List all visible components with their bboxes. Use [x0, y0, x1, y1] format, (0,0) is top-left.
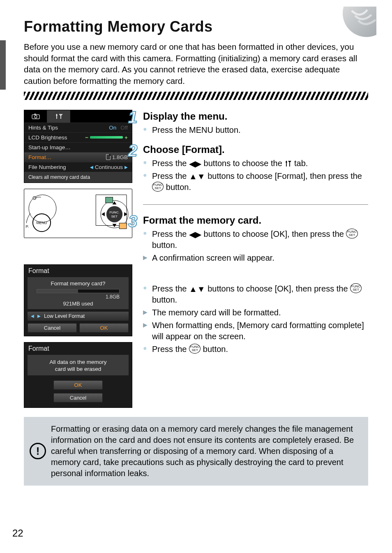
step-bullet: Press the ◀▶ buttons to choose [OK], the…	[152, 229, 368, 251]
step-result: When formatting ends, [Memory card forma…	[152, 320, 368, 342]
func-set-icon: FUNCSET	[350, 283, 362, 293]
camera-icon	[32, 112, 40, 120]
func-set-icon: FUNCSET	[189, 344, 201, 354]
step-bullet: Press the ◀▶ buttons to choose the tab.	[152, 158, 368, 169]
menu-button-label: MENU	[189, 125, 213, 134]
tab-tools	[47, 110, 70, 123]
step-bullet: Press the FUNCSET button.	[152, 344, 368, 355]
left-column: Hints & Tips On Off LCD Brightness − +	[24, 110, 132, 408]
step-bullet: Press the ▲▼ buttons to choose [Format],…	[152, 171, 368, 193]
dialog-button-column: OK Cancel	[24, 376, 132, 407]
svg-marker-16	[101, 212, 105, 216]
menu-row-hints: Hints & Tips On Off	[24, 123, 132, 132]
step-3: 3 Format the memory card. Press the ◀▶ b…	[143, 215, 368, 355]
tools-icon	[55, 112, 63, 120]
dialog-button-row: Cancel OK	[24, 322, 132, 336]
page-title: Formatting Memory Cards	[24, 18, 368, 35]
dialog-body: All data on the memory card will be eras…	[28, 355, 129, 375]
up-down-arrows-icon: ▲▼	[189, 285, 205, 293]
func-set-icon: FUNCSET	[346, 229, 357, 238]
step-heading: Format the memory card.	[143, 215, 368, 226]
menu-row-filenum: File Numbering ◀ Continuous ▶	[24, 162, 132, 172]
right-column: 1 Display the menu. Press the MENU butto…	[143, 110, 368, 408]
camera-button-diagram: MENU P. FUNC. SET	[24, 189, 132, 238]
step-result: The memory card will be formatted.	[152, 307, 368, 318]
menu-label: Hints & Tips	[28, 125, 58, 131]
sd-card-icon	[106, 154, 111, 160]
svg-text:MENU: MENU	[36, 220, 47, 224]
usage-bar	[37, 289, 120, 293]
menu-value: On Off	[109, 125, 128, 131]
title-bar: Formatting Memory Cards	[24, 18, 368, 35]
svg-point-2	[35, 116, 37, 118]
func-set-icon: FUNCSET	[152, 182, 164, 192]
menu-label: File Numbering	[28, 164, 66, 170]
two-column-layout: Hints & Tips On Off LCD Brightness − +	[24, 110, 368, 408]
step-number-icon: 1	[128, 108, 137, 127]
camera-menu-tabs	[24, 110, 132, 123]
left-arrow-icon: ◀	[31, 314, 34, 318]
svg-marker-17	[124, 212, 127, 216]
svg-text:FUNC.: FUNC.	[109, 211, 119, 214]
page-number: 22	[12, 528, 23, 539]
step-result: A confirmation screen will appear.	[152, 252, 368, 264]
low-level-label: Low Level Format	[44, 313, 85, 319]
up-down-arrows-icon: ▲▼	[189, 172, 205, 180]
menu-value: ◀ Continuous ▶	[90, 164, 128, 170]
step-number-icon: 3	[128, 212, 137, 231]
dialog-body: Format memory card? 1.8GB 921MB used	[28, 277, 129, 309]
left-right-arrows-icon: ◀▶	[189, 230, 201, 238]
step-1: 1 Display the menu. Press the MENU butto…	[143, 111, 368, 136]
menu-label: Start-up Image…	[28, 144, 71, 150]
cancel-button: Cancel	[28, 323, 77, 333]
title-decoration	[327, 7, 376, 39]
dialog-question: Format memory card?	[31, 280, 125, 287]
dialog-title: Format	[24, 342, 132, 353]
brightness-slider: − +	[85, 134, 128, 141]
right-caret-icon: ▶	[37, 314, 41, 318]
left-right-arrows-icon: ◀▶	[189, 160, 201, 168]
step-bullet: Press the MENU button.	[152, 125, 368, 136]
tab-shoot	[24, 110, 47, 123]
ok-button: OK	[79, 323, 129, 333]
step-number-icon: 2	[128, 141, 137, 160]
menu-row-lcd: LCD Brightness − +	[24, 132, 132, 142]
menu-label: Format…	[28, 154, 51, 160]
menu-row-startup: Start-up Image…	[24, 142, 132, 152]
caution-text: Formatting or erasing data on a memory c…	[51, 424, 354, 478]
step-heading: Choose [Format].	[143, 144, 368, 155]
camera-menu-screenshot: Hints & Tips On Off LCD Brightness − +	[24, 110, 132, 183]
svg-rect-19	[119, 223, 127, 229]
intro-paragraph: Before you use a new memory card or one …	[24, 41, 368, 87]
used-label: 921MB used	[31, 301, 125, 307]
step-bullet: Press the ▲▼ buttons to choose [OK], the…	[152, 283, 368, 305]
caution-box: Formatting or erasing data on a memory c…	[24, 417, 368, 486]
svg-text:SET: SET	[111, 215, 118, 218]
caution-icon	[30, 443, 46, 459]
step-separator	[143, 204, 368, 205]
page-content: Formatting Memory Cards Before you use a…	[0, 0, 392, 486]
svg-rect-18	[106, 197, 113, 203]
page-tab-marker	[0, 40, 6, 90]
step-2: 2 Choose [Format]. Press the ◀▶ buttons …	[143, 144, 368, 193]
svg-rect-3	[34, 113, 36, 115]
confirm-line2: card will be erased	[31, 366, 125, 372]
ok-button: OK	[53, 380, 103, 390]
menu-value: 1.8GB	[106, 154, 128, 160]
tools-tab-icon	[284, 160, 292, 168]
menu-row-format: Format… 1.8GB	[24, 152, 132, 162]
menu-label: LCD Brightness	[28, 134, 67, 141]
menu-help-text: Clears all memory card data	[24, 172, 132, 183]
dialog-title: Format	[24, 265, 132, 275]
hatched-divider	[24, 92, 368, 100]
svg-text:P.: P.	[25, 224, 29, 229]
low-level-format-row: ◀ ▶ Low Level Format	[28, 312, 129, 321]
cancel-button: Cancel	[53, 393, 103, 403]
confirm-line1: All data on the memory	[31, 359, 125, 365]
confirm-dialog-screenshot: Format All data on the memory card will …	[24, 342, 132, 408]
step-heading: Display the menu.	[143, 111, 368, 122]
capacity-label: 1.8GB	[31, 294, 125, 300]
format-dialog-screenshot: Format Format memory card? 1.8GB 921MB u…	[24, 264, 132, 336]
